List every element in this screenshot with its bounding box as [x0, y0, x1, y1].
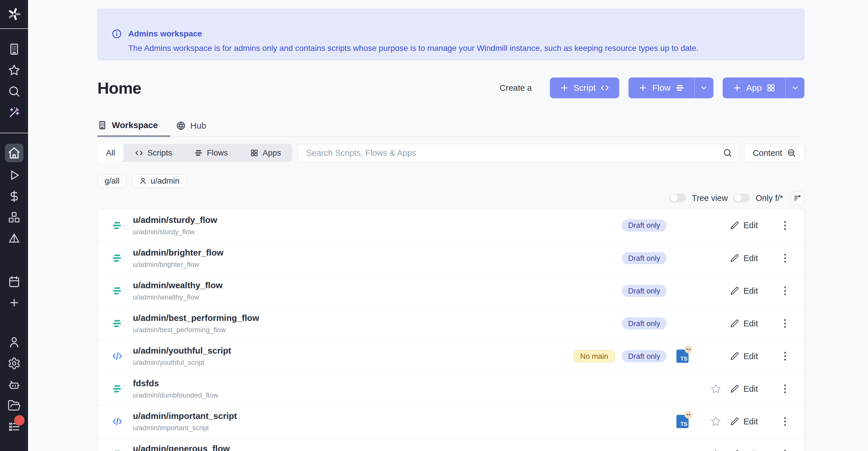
kebab-menu[interactable]: [779, 450, 791, 451]
item-path: u/admin/dumbfounded_flow: [133, 391, 580, 399]
row-text: fdsfds u/admin/dumbfounded_flow: [133, 379, 580, 399]
calendar-icon[interactable]: [6, 273, 22, 290]
tag-u-admin[interactable]: u/admin: [132, 174, 187, 188]
owner-tags-row: g/all u/admin: [97, 174, 804, 188]
filter-row: All Scripts Flows Apps: [97, 144, 804, 162]
only-f-toggle[interactable]: [734, 194, 750, 202]
draft-only-badge: Draft only: [622, 350, 666, 362]
table-row[interactable]: u/admin/brighter_flow u/admin/brighter_f…: [98, 242, 804, 274]
app-dropdown-caret[interactable]: [785, 78, 804, 98]
flow-dropdown-caret[interactable]: [694, 78, 713, 98]
tree-view-toggle[interactable]: [670, 194, 686, 202]
filter-options-button[interactable]: [790, 191, 804, 205]
search-icon[interactable]: [723, 148, 733, 158]
typescript-bun-icon: TS: [676, 415, 688, 428]
table-row[interactable]: u/admin/sturdy_flow u/admin/sturdy_flow …: [98, 209, 804, 242]
play-icon[interactable]: [6, 167, 22, 183]
filter-all[interactable]: All: [97, 144, 124, 162]
kebab-menu[interactable]: [779, 254, 791, 263]
row-text: u/admin/brighter_flow u/admin/brighter_f…: [133, 248, 580, 269]
ts-label: TS: [680, 356, 687, 362]
tag-u-admin-label: u/admin: [151, 176, 180, 186]
sidebar-bottom-group: [0, 322, 28, 451]
table-row[interactable]: u/admin/wealthy_flow u/admin/wealthy_flo…: [98, 274, 804, 307]
kebab-menu[interactable]: [779, 385, 791, 393]
table-row[interactable]: fdsfds u/admin/dumbfounded_flow TS Edit: [98, 372, 804, 405]
filter-apps[interactable]: Apps: [239, 144, 292, 162]
tab-hub-label: Hub: [190, 121, 206, 131]
edit-button[interactable]: Edit: [730, 352, 779, 361]
edit-button[interactable]: Edit: [730, 253, 779, 263]
search-code-icon: [787, 148, 796, 157]
table-row[interactable]: u/admin/important_script u/admin/importa…: [98, 405, 804, 438]
home-icon[interactable]: [5, 144, 23, 162]
create-script-button[interactable]: Script: [550, 78, 620, 98]
table-row[interactable]: u/admin/generous_flow u/admin/generous_f…: [98, 438, 804, 451]
language-slot: TS: [666, 448, 701, 451]
edit-button[interactable]: Edit: [730, 450, 779, 451]
tab-hub[interactable]: Hub: [176, 120, 218, 136]
star-icon[interactable]: [710, 383, 721, 395]
wand-sparkles-icon[interactable]: [6, 104, 22, 121]
flow-icon: [112, 383, 124, 394]
star-icon[interactable]: [710, 416, 721, 427]
create-flow-button[interactable]: Flow: [628, 78, 713, 98]
robot-icon[interactable]: [6, 377, 22, 393]
favorite-slot: [701, 252, 730, 264]
content-search-button[interactable]: Content: [744, 144, 804, 162]
pencil-icon: [730, 287, 739, 295]
kebab-menu[interactable]: [779, 221, 791, 230]
table-row[interactable]: u/admin/best_performing_flow u/admin/bes…: [98, 307, 804, 340]
folder-open-icon[interactable]: [6, 397, 22, 414]
item-path: u/admin/brighter_flow: [133, 261, 580, 269]
language-slot: TS: [666, 219, 701, 232]
filter-scripts[interactable]: Scripts: [124, 144, 183, 162]
tabs-row: Workspace Hub: [97, 120, 804, 137]
boxes-icon[interactable]: [6, 209, 22, 226]
chevron-down-icon: [700, 84, 708, 92]
edit-button[interactable]: Edit: [730, 286, 779, 296]
edit-button[interactable]: Edit: [730, 417, 779, 426]
gear-icon[interactable]: [6, 355, 22, 371]
table-row[interactable]: u/admin/youthful_script u/admin/youthful…: [98, 340, 804, 372]
edit-button[interactable]: Edit: [730, 319, 779, 328]
building-icon: [97, 120, 107, 130]
edit-button[interactable]: Edit: [730, 384, 779, 394]
row-text: u/admin/best_performing_flow u/admin/bes…: [133, 313, 580, 334]
draft-only-badge: Draft only: [622, 219, 666, 232]
building-icon[interactable]: [6, 41, 22, 57]
windmill-logo[interactable]: [0, 0, 28, 29]
create-app-button[interactable]: App: [723, 78, 804, 98]
badges: Draft only: [580, 252, 666, 264]
star-icon[interactable]: [6, 62, 22, 78]
kebab-menu[interactable]: [779, 287, 791, 295]
pyramid-icon[interactable]: [6, 231, 22, 247]
row-text: u/admin/important_script u/admin/importa…: [133, 411, 580, 432]
edit-button[interactable]: Edit: [730, 220, 779, 230]
edit-label: Edit: [743, 253, 758, 263]
star-icon[interactable]: [710, 448, 721, 451]
plus-icon[interactable]: [6, 295, 22, 311]
audit-list-icon[interactable]: [6, 419, 22, 435]
language-slot: TS: [666, 350, 701, 363]
script-code-icon: [112, 351, 124, 362]
favorite-slot: [701, 416, 730, 427]
tab-workspace[interactable]: Workspace: [97, 120, 170, 137]
tag-g-all[interactable]: g/all: [97, 174, 127, 188]
plus-icon: [638, 83, 648, 92]
dollar-icon[interactable]: [6, 188, 22, 204]
header-row: Home Create a Script Flow App: [97, 78, 804, 98]
user-icon[interactable]: [6, 334, 22, 351]
kebab-menu[interactable]: [779, 417, 791, 426]
row-text: u/admin/wealthy_flow u/admin/wealthy_flo…: [133, 280, 580, 301]
pencil-icon: [730, 254, 739, 263]
kebab-menu[interactable]: [779, 319, 791, 328]
filter-flows[interactable]: Flows: [183, 144, 239, 162]
item-path: u/admin/best_performing_flow: [133, 326, 580, 334]
tag-g-all-label: g/all: [104, 176, 119, 186]
search-icon[interactable]: [6, 83, 22, 99]
search-input[interactable]: [306, 148, 723, 158]
filter-plus-icon: [793, 194, 802, 202]
kebab-menu[interactable]: [779, 352, 791, 361]
create-script-label: Script: [574, 83, 596, 93]
